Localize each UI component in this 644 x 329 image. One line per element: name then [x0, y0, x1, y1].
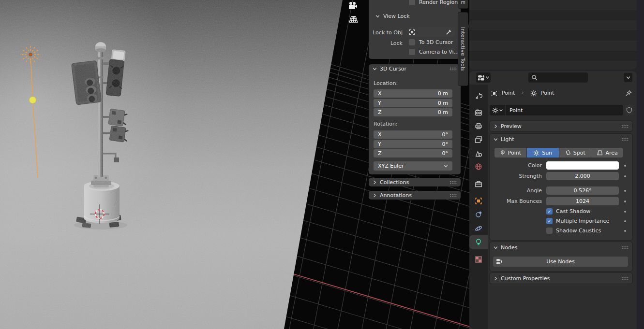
annotations-panel[interactable]: Annotations [369, 191, 461, 200]
collections-panel[interactable]: Collections [369, 178, 461, 186]
keyframe-dot[interactable] [624, 200, 626, 202]
keyframe-dot[interactable] [624, 230, 626, 232]
keyframe-dot[interactable] [624, 220, 626, 222]
light-type-spot[interactable]: Spot [559, 148, 591, 157]
outliner-editor[interactable] [469, 0, 637, 70]
angle-field[interactable]: 0.526° [546, 186, 619, 195]
cast-shadow-row[interactable]: Cast Shadow [546, 208, 590, 215]
world-tab[interactable] [475, 163, 482, 171]
multiple-importance-row[interactable]: Multiple Importance [546, 218, 609, 224]
preview-panel-title: Preview [501, 123, 522, 129]
pin-icon[interactable] [625, 90, 632, 97]
panel-grip-icon[interactable] [621, 246, 629, 249]
light-type-point[interactable]: Point [494, 148, 526, 157]
cursor-rotation-y[interactable]: Y 0° [374, 140, 452, 148]
panel-grip-icon[interactable] [449, 194, 457, 197]
light-type-area[interactable]: Area [591, 148, 623, 157]
render-region-row[interactable]: Render Region [409, 0, 458, 5]
chevron-right-icon [494, 276, 498, 281]
render-tab[interactable] [475, 109, 482, 116]
collection-tab[interactable] [475, 180, 482, 188]
to-3d-cursor-row[interactable]: To 3D Cursor [409, 39, 453, 45]
physics-tab[interactable] [475, 225, 482, 232]
render-region-checkbox[interactable] [409, 0, 415, 5]
light-type-label: Sun [542, 150, 552, 156]
use-nodes-button[interactable]: Use Nodes [493, 257, 628, 267]
light-type-sun[interactable]: Sun [527, 148, 559, 157]
cursor-panel-header[interactable]: 3D Cursor [369, 64, 461, 73]
cursor-rotation-x[interactable]: X 0° [374, 130, 452, 139]
strength-label: Strength [490, 173, 542, 179]
cursor-location-z[interactable]: Z 0 m [374, 108, 452, 116]
view-lock-title: View Lock [383, 13, 410, 19]
sidebar-tab-fragment[interactable]: E [458, 0, 468, 9]
constraints-tab[interactable] [475, 211, 482, 218]
fake-user-button[interactable] [625, 105, 634, 115]
view-layer-tab[interactable] [475, 136, 482, 143]
location-label: Location: [374, 80, 398, 86]
axis-label: Y [378, 100, 381, 106]
color-swatch[interactable] [546, 161, 619, 170]
breadcrumb-data[interactable]: Point [541, 90, 554, 96]
light-panel: Light Point Sun [490, 134, 632, 240]
camera-to-view-row[interactable]: Camera to Vi... [409, 49, 459, 55]
keyframe-dot[interactable] [624, 190, 626, 192]
axis-value: 0° [442, 150, 449, 157]
lock-to-obj-label: Lock to Obj [369, 29, 403, 36]
to-3d-cursor-checkbox[interactable] [409, 39, 415, 45]
datablock-name-value[interactable]: Point [506, 107, 523, 114]
light-panel-header[interactable]: Light [490, 134, 632, 144]
cast-shadow-checkbox[interactable] [546, 208, 553, 215]
shadow-caustics-row[interactable]: Shadow Caustics [546, 228, 601, 234]
panel-grip-icon[interactable] [449, 67, 457, 71]
rotation-mode-dropdown[interactable]: XYZ Euler [374, 161, 452, 171]
multiple-importance-checkbox[interactable] [546, 218, 553, 224]
cursor-rotation-z[interactable]: Z 0° [374, 149, 452, 157]
point-light-icon [500, 150, 506, 156]
annotations-title: Annotations [380, 192, 412, 199]
panel-grip-icon[interactable] [621, 138, 629, 141]
sidebar-tab-fragment-label: E [460, 1, 466, 4]
keyframe-dot[interactable] [624, 211, 626, 213]
scene-tab[interactable] [475, 150, 482, 157]
sidebar-tab-interactive-tools[interactable]: Interactive Tools [458, 12, 468, 86]
rotation-label: Rotation: [374, 121, 398, 127]
custom-properties-panel[interactable]: Custom Properties [490, 273, 632, 284]
datablock-type-menu[interactable] [490, 105, 506, 115]
search-icon [531, 74, 538, 81]
color-label: Color [490, 162, 542, 169]
strength-field[interactable]: 2.000 [546, 172, 619, 180]
panel-grip-icon[interactable] [621, 125, 629, 128]
breadcrumb-object[interactable]: Point [502, 90, 515, 96]
light-panel-title: Light [501, 136, 514, 143]
camera-to-view-checkbox[interactable] [409, 49, 415, 55]
preview-panel[interactable]: Preview [490, 121, 632, 131]
view-panel: Render Region View Lock Lock to Obj [369, 0, 461, 59]
eyedropper-icon[interactable] [446, 29, 452, 35]
shadow-caustics-checkbox[interactable] [546, 228, 553, 234]
cursor-location-x[interactable]: X 0 m [374, 89, 452, 98]
sun-icon [533, 150, 539, 156]
3d-viewport[interactable]: Render Region View Lock Lock to Obj [0, 0, 469, 329]
header-options-button[interactable] [624, 73, 632, 82]
keyframe-dot[interactable] [624, 165, 626, 167]
datablock-name-field[interactable]: Point [490, 105, 623, 115]
lock-to-obj-field[interactable] [406, 27, 455, 37]
cursor-location-y[interactable]: Y 0 m [374, 99, 452, 107]
light-data-tab[interactable] [475, 238, 482, 246]
max-bounces-field[interactable]: 1024 [546, 197, 619, 205]
editor-type-button[interactable] [476, 72, 491, 83]
panel-grip-icon[interactable] [449, 181, 457, 184]
object-tab[interactable] [475, 197, 482, 205]
keyframe-dot[interactable] [624, 175, 626, 177]
search-input[interactable] [528, 72, 588, 83]
nodes-panel-header[interactable]: Nodes [490, 242, 632, 253]
strength-value: 2.000 [575, 173, 590, 179]
view-lock-header[interactable]: View Lock [375, 13, 410, 19]
chevron-down-icon [494, 245, 498, 250]
light-type-label: Point [508, 150, 521, 156]
texture-tab[interactable] [475, 256, 482, 263]
output-tab[interactable] [475, 122, 482, 130]
to-3d-cursor-label: To 3D Cursor [419, 39, 453, 45]
panel-grip-icon[interactable] [621, 277, 629, 280]
